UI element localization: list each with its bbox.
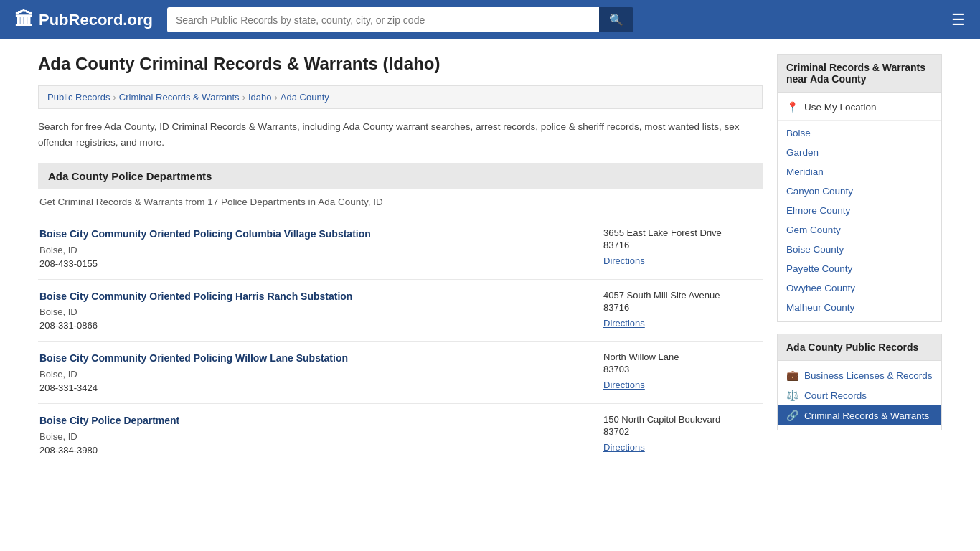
nearby-title: Criminal Records & Warrants near Ada Cou…: [778, 55, 941, 93]
directions-link[interactable]: Directions: [603, 255, 645, 266]
breadcrumb-public-records[interactable]: Public Records: [47, 92, 110, 103]
logo-icon: 🏛: [14, 9, 33, 31]
record-address: North Willow Lane: [603, 352, 761, 362]
breadcrumb-criminal-records[interactable]: Criminal Records & Warrants: [119, 92, 240, 103]
sidebar-nearby-link[interactable]: Gem County: [778, 220, 941, 240]
table-row: Boise City Community Oriented Policing W…: [38, 342, 763, 404]
sidebar-public-records-link[interactable]: 💼Business Licenses & Records: [778, 365, 941, 385]
public-records-list: 💼Business Licenses & Records⚖️Court Reco…: [778, 361, 941, 430]
record-phone: 208-331-0866: [39, 320, 589, 331]
sidebar-public-records-link[interactable]: 🔗Criminal Records & Warrants: [778, 405, 941, 425]
search-icon: 🔍: [609, 14, 623, 26]
sidebar-nearby-link[interactable]: Meridian: [778, 162, 941, 182]
record-address: 3655 East Lake Forest Drive: [603, 227, 761, 238]
record-left-2: Boise City Community Oriented Policing W…: [39, 352, 589, 393]
nearby-box: Criminal Records & Warrants near Ada Cou…: [777, 54, 942, 322]
logo-text: PubRecord.org: [39, 11, 153, 29]
record-zip: 83702: [603, 426, 761, 437]
sidebar-link-icon: ⚖️: [786, 390, 798, 401]
record-phone: 208-331-3424: [39, 382, 589, 393]
table-row: Boise City Community Oriented Policing C…: [38, 217, 763, 280]
breadcrumb-ada-county[interactable]: Ada County: [281, 92, 329, 103]
use-my-location[interactable]: 📍 Use My Location: [778, 97, 941, 117]
search-input[interactable]: [167, 7, 599, 32]
sidebar-link-label: Business Licenses & Records: [804, 370, 933, 381]
sidebar-link-icon: 🔗: [786, 410, 798, 421]
sidebar: Criminal Records & Warrants near Ada Cou…: [777, 54, 942, 466]
menu-icon[interactable]: ☰: [951, 11, 966, 29]
record-city: Boise, ID: [39, 369, 589, 380]
record-city: Boise, ID: [39, 431, 589, 442]
page-title: Ada County Criminal Records & Warrants (…: [38, 54, 763, 74]
record-phone: 208-384-3980: [39, 445, 589, 456]
records-list: Boise City Community Oriented Policing C…: [38, 217, 763, 465]
record-name: Boise City Community Oriented Policing W…: [39, 352, 589, 366]
record-zip: 83716: [603, 302, 761, 313]
breadcrumb: Public Records › Criminal Records & Warr…: [38, 85, 763, 109]
section-sub: Get Criminal Records & Warrants from 17 …: [38, 197, 763, 207]
search-button[interactable]: 🔍: [599, 7, 633, 32]
directions-link[interactable]: Directions: [603, 380, 645, 390]
nearby-list: 📍 Use My Location BoiseGardenMeridianCan…: [778, 93, 941, 321]
record-right-0: 3655 East Lake Forest Drive 83716 Direct…: [603, 227, 761, 269]
main-content: Ada County Criminal Records & Warrants (…: [38, 54, 763, 466]
table-row: Boise City Police Department Boise, ID 2…: [38, 404, 763, 466]
sidebar-nearby-link[interactable]: Canyon County: [778, 182, 941, 201]
record-phone: 208-433-0155: [39, 258, 589, 269]
record-address: 4057 South Mill Site Avenue: [603, 290, 761, 301]
record-right-3: 150 North Capitol Boulevard 83702 Direct…: [603, 414, 761, 456]
sidebar-public-records-link[interactable]: ⚖️Court Records: [778, 385, 941, 405]
record-name: Boise City Police Department: [39, 414, 589, 428]
public-records-box: Ada County Public Records 💼Business Lice…: [777, 334, 942, 430]
breadcrumb-idaho[interactable]: Idaho: [248, 92, 272, 103]
record-zip: 83716: [603, 240, 761, 250]
record-left-3: Boise City Police Department Boise, ID 2…: [39, 414, 589, 456]
public-records-title: Ada County Public Records: [778, 334, 941, 361]
sidebar-nearby-link[interactable]: Boise County: [778, 240, 941, 259]
sidebar-nearby-link[interactable]: Owyhee County: [778, 278, 941, 298]
record-right-1: 4057 South Mill Site Avenue 83716 Direct…: [603, 290, 761, 331]
section-header: Ada County Police Departments: [38, 163, 763, 189]
sidebar-link-label: Criminal Records & Warrants: [804, 410, 929, 421]
record-name: Boise City Community Oriented Policing C…: [39, 227, 589, 242]
sidebar-nearby-link[interactable]: Payette County: [778, 259, 941, 278]
table-row: Boise City Community Oriented Policing H…: [38, 280, 763, 342]
site-header: 🏛 PubRecord.org 🔍 ☰: [0, 0, 980, 39]
record-zip: 83703: [603, 364, 761, 375]
record-left-0: Boise City Community Oriented Policing C…: [39, 227, 589, 269]
sidebar-nearby-link[interactable]: Malheur County: [778, 298, 941, 317]
location-icon: 📍: [786, 101, 798, 113]
sidebar-nearby-link[interactable]: Garden: [778, 143, 941, 162]
main-container: Ada County Criminal Records & Warrants (…: [24, 39, 956, 480]
record-name: Boise City Community Oriented Policing H…: [39, 290, 589, 304]
sidebar-nearby-link[interactable]: Boise: [778, 123, 941, 143]
directions-link[interactable]: Directions: [603, 318, 645, 329]
record-city: Boise, ID: [39, 245, 589, 255]
sidebar-nearby-link[interactable]: Elmore County: [778, 201, 941, 220]
site-logo[interactable]: 🏛 PubRecord.org: [14, 9, 153, 31]
record-city: Boise, ID: [39, 306, 589, 317]
directions-link[interactable]: Directions: [603, 442, 645, 453]
sidebar-link-icon: 💼: [786, 369, 798, 381]
search-bar: 🔍: [167, 7, 633, 32]
record-right-2: North Willow Lane 83703 Directions: [603, 352, 761, 393]
use-location-label: Use My Location: [804, 102, 877, 113]
record-address: 150 North Capitol Boulevard: [603, 414, 761, 425]
sidebar-link-label: Court Records: [804, 390, 867, 401]
record-left-1: Boise City Community Oriented Policing H…: [39, 290, 589, 331]
page-description: Search for free Ada County, ID Criminal …: [38, 119, 763, 150]
